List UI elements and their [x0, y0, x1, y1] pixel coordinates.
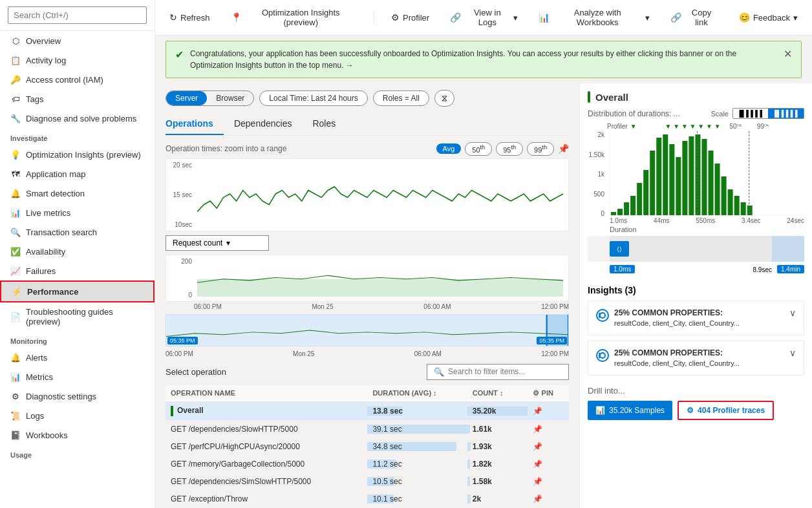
range-min-label: 1.0ms	[610, 265, 635, 273]
col-duration: DURATION (AVG) ↕	[367, 385, 467, 402]
chevron-down-icon: ▾	[513, 13, 518, 23]
p95-pill[interactable]: 95th	[496, 142, 523, 156]
failures-icon: 📈	[10, 266, 21, 276]
svg-rect-25	[728, 189, 733, 215]
sidebar-item-access-control[interactable]: 🔑 Access control (IAM)	[0, 70, 155, 89]
x-44ms: 44ms	[654, 217, 669, 224]
server-toggle-button[interactable]: Server	[166, 91, 207, 105]
dropdown-chevron: ▾	[226, 238, 230, 248]
sidebar-item-tags[interactable]: 🏷 Tags	[0, 89, 155, 109]
tags-icon: 🏷	[10, 94, 21, 104]
cell-operation-name: GET /perfCPU/HighCPUAsync/20000	[166, 438, 367, 455]
insight-card-1: 25% COMMON PROPERTIES: resultCode, clien…	[588, 301, 804, 335]
filter-options-button[interactable]: ⧖	[434, 90, 454, 107]
optimization-insights-button[interactable]: 📍 Optimization Insights (preview)	[227, 5, 361, 30]
left-panel: Server Browser Local Time: Last 24 hours…	[155, 83, 579, 508]
table-search-box[interactable]: 🔍	[427, 364, 569, 380]
cell-count: 2k	[467, 490, 528, 507]
pin-button[interactable]: 📌	[558, 143, 569, 154]
table-row[interactable]: GET /dependencies/SimSlowHTTP/500010.5 s…	[166, 472, 569, 490]
y-500: 500	[588, 191, 604, 198]
brush-start-label: 05:35 PM	[167, 337, 198, 344]
scale-log-btn[interactable]: ▐▌▌▌▌▌	[768, 109, 804, 118]
insight-expand-1[interactable]: ∨	[789, 308, 796, 318]
x-1ms: 1.0ms	[610, 217, 627, 224]
sidebar-item-optimization[interactable]: 💡 Optimization Insights (preview)	[0, 145, 155, 164]
insight-expand-2[interactable]: ∨	[789, 348, 796, 358]
cell-pin[interactable]: 📌	[528, 490, 569, 507]
table-row[interactable]: GET /exception/Throw10.1 sec2k📌	[166, 490, 569, 507]
copy-link-button[interactable]: 🔗 Copy link	[667, 5, 722, 30]
table-row[interactable]: GET /perfCPU/HighCPUAsync/2000034.8 sec1…	[166, 438, 569, 455]
brush-end-label: 05:35 PM	[537, 337, 567, 344]
tab-roles[interactable]: Roles	[302, 113, 346, 135]
tab-dependencies[interactable]: Dependencies	[224, 113, 303, 135]
p99-right-label: 99ᵗʰ	[757, 123, 769, 130]
samples-button[interactable]: 📊 35.20k Samples	[588, 401, 672, 420]
sidebar-item-transaction-search[interactable]: 🔍 Transaction search	[0, 222, 155, 242]
sidebar-item-logs[interactable]: 📜 Logs	[0, 406, 155, 425]
table-row[interactable]: GET /memory/GarbageCollection/500011.2 s…	[166, 455, 569, 472]
svg-rect-11	[637, 183, 642, 215]
profiler-traces-button[interactable]: ⚙ 404 Profiler traces	[678, 401, 774, 420]
sidebar-item-alerts[interactable]: 🔔 Alerts	[0, 348, 155, 367]
sidebar-item-activity-log[interactable]: 📋 Activity log	[0, 50, 155, 70]
sidebar-item-failures[interactable]: 📈 Failures	[0, 261, 155, 280]
range-selector[interactable]: ⟨⟩ 1.0ms 8.9sec 1.4min	[588, 236, 804, 262]
p50-pill[interactable]: 50th	[465, 142, 492, 156]
cell-operation-name: Overall	[166, 401, 367, 420]
table-body: Overall13.8 sec35.20k📌GET /dependencies/…	[166, 401, 569, 507]
view-in-logs-button[interactable]: 🔗 View in Logs ▾	[446, 5, 522, 30]
sidebar-item-workbooks[interactable]: 📓 Workbooks	[0, 425, 155, 445]
svg-rect-0	[197, 279, 563, 296]
sidebar-item-performance[interactable]: ⚡ Performance	[0, 280, 155, 302]
cell-operation-name: GET /dependencies/SimSlowHTTP/5000	[166, 472, 367, 490]
cell-pin[interactable]: 📌	[528, 455, 569, 472]
table-search-input[interactable]	[448, 367, 562, 376]
refresh-button[interactable]: ↻ Refresh	[166, 10, 214, 25]
sidebar-item-diagnostic[interactable]: ⚙ Diagnostic settings	[0, 386, 155, 406]
sidebar-item-smart-detection[interactable]: 🔔 Smart detection	[0, 184, 155, 203]
cell-pin[interactable]: 📌	[528, 472, 569, 490]
browser-toggle-button[interactable]: Browser	[207, 91, 253, 105]
profiler-label: Profiler	[607, 123, 628, 130]
analyze-workbooks-button[interactable]: 📊 Analyze with Workbooks ▾	[535, 5, 654, 30]
cell-pin[interactable]: 📌	[528, 420, 569, 438]
cell-pin[interactable]: 📌	[528, 438, 569, 455]
sidebar-item-troubleshooting[interactable]: 📄 Troubleshooting guides (preview)	[0, 302, 155, 331]
search-input[interactable]	[8, 6, 147, 24]
y-2k: 2k	[588, 131, 604, 138]
cell-count: 1.61k	[467, 420, 528, 438]
banner-close-button[interactable]: ✕	[784, 48, 792, 60]
p99-pill[interactable]: 99th	[527, 142, 554, 156]
time-filter-pill[interactable]: Local Time: Last 24 hours	[259, 90, 367, 106]
chart-header: Operation times: zoom into a range Avg 5…	[166, 142, 569, 156]
sidebar-item-availability[interactable]: ✅ Availability	[0, 242, 155, 261]
svg-rect-21	[701, 139, 707, 215]
roles-filter-pill[interactable]: Roles = All	[373, 90, 429, 106]
insights-section: Insights (3) 25% COMMON PROPERTIES: resu…	[588, 285, 804, 381]
section-monitoring: Monitoring	[0, 331, 155, 348]
avg-pill[interactable]: Avg	[436, 143, 462, 154]
scale-linear-btn[interactable]: ▐▌▌▌▌▌	[733, 109, 769, 118]
tab-operations[interactable]: Operations	[166, 113, 224, 135]
svg-point-31	[600, 313, 605, 318]
chart-controls: Avg 50th 95th 99th 📌	[436, 142, 569, 156]
sidebar-item-metrics[interactable]: 📊 Metrics	[0, 367, 155, 386]
sort-icon-count[interactable]: ↕	[500, 389, 504, 397]
sidebar-item-app-map[interactable]: 🗺 Application map	[0, 164, 155, 184]
request-count-dropdown[interactable]: Request count ▾	[166, 235, 269, 251]
cell-pin[interactable]: 📌	[528, 401, 569, 420]
sidebar-item-diagnose[interactable]: 🔧 Diagnose and solve problems	[0, 109, 155, 128]
table-row[interactable]: Overall13.8 sec35.20k📌	[166, 401, 569, 420]
table-row[interactable]: GET /dependencies/SlowHTTP/500039.1 sec1…	[166, 420, 569, 438]
profiler-button[interactable]: ⚙ Profiler	[387, 10, 433, 25]
feedback-button[interactable]: 😊 Feedback ▾	[735, 10, 802, 25]
profiler-markers-row: Profiler ▼ ▼ ▼ ▼ ▼ ▼ ▼ ▼ 50ᵗʰ 99ᵗʰ	[588, 123, 804, 130]
brush-area[interactable]: 05:35 PM 05:35 PM	[166, 314, 569, 346]
settings-icon: ⚙	[533, 389, 539, 397]
y-label-20: 20 sec	[171, 162, 192, 169]
sort-icon-duration[interactable]: ↕	[433, 389, 437, 397]
sidebar-item-overview[interactable]: ⬡ Overview	[0, 31, 155, 50]
sidebar-item-live-metrics[interactable]: 📊 Live metrics	[0, 203, 155, 222]
